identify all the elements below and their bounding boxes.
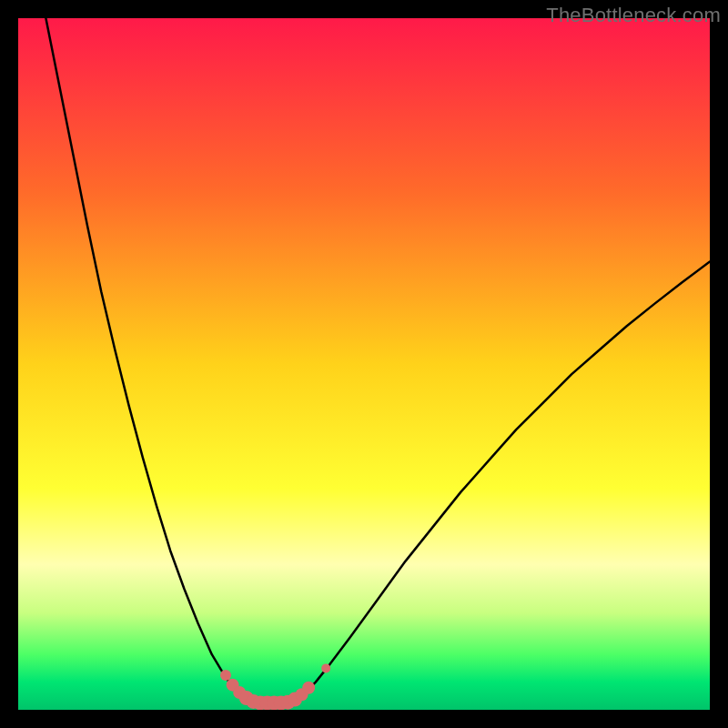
chart-frame [18,18,710,710]
heat-gradient-background [18,18,710,710]
marker-point [302,682,315,694]
watermark-text: TheBottleneck.com [546,4,721,27]
marker-point [321,663,330,672]
marker-point [220,670,231,681]
bottleneck-chart [18,18,710,710]
